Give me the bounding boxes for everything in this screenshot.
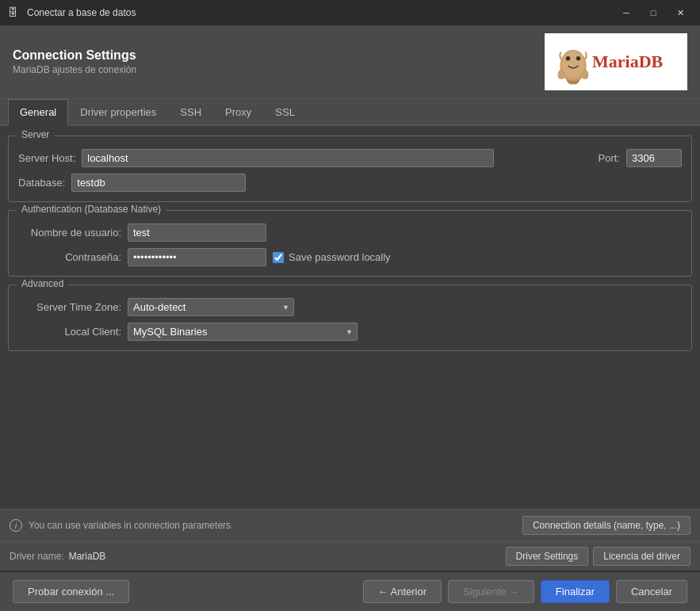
tab-ssh[interactable]: SSH xyxy=(168,99,213,126)
content-spacer xyxy=(8,359,692,499)
server-host-input[interactable] xyxy=(82,149,494,167)
client-select[interactable]: MySQL Binaries MariaDB Binaries None xyxy=(128,323,358,341)
host-left: Server Host: xyxy=(18,149,494,167)
window-title: Conectar a base de datos xyxy=(27,7,608,18)
driver-buttons: Driver Settings Licencia del driver xyxy=(506,547,690,566)
password-label: Contraseña: xyxy=(18,251,121,263)
advanced-legend: Advanced xyxy=(17,278,68,289)
username-row: Nombre de usuario: xyxy=(18,223,682,242)
host-label: Server Host: xyxy=(18,152,75,164)
test-connection-button[interactable]: Probar conexión ... xyxy=(13,580,129,603)
mariadb-brand-text: MariaDB xyxy=(592,52,663,72)
next-button[interactable]: Siguiente → xyxy=(448,580,534,603)
connection-details-button[interactable]: Connection details (name, type, ...) xyxy=(522,516,690,535)
port-label: Port: xyxy=(599,152,620,164)
footer-right: ← Anterior Siguiente → Finalizar Cancela… xyxy=(363,580,687,603)
tab-ssl[interactable]: SSL xyxy=(263,99,307,126)
footer-left: Probar conexión ... xyxy=(13,580,129,603)
connection-settings-subtitle: MariaDB ajustes de conexión xyxy=(13,64,136,75)
tab-content: Server Server Host: Port: Database: xyxy=(0,126,700,509)
save-password-checkbox[interactable] xyxy=(273,252,284,263)
header-text: Connection Settings MariaDB ajustes de c… xyxy=(13,48,136,75)
server-host-row: Server Host: Port: xyxy=(18,149,682,167)
svg-point-3 xyxy=(576,56,581,61)
minimize-button[interactable]: ─ xyxy=(614,5,638,21)
info-text: You can use variables in connection para… xyxy=(29,520,233,531)
save-password-label: Save password locally xyxy=(289,251,391,263)
info-icon: i xyxy=(10,519,22,532)
database-input[interactable] xyxy=(71,174,246,192)
port-right: Port: xyxy=(599,149,682,167)
server-fieldset: Server Server Host: Port: Database: xyxy=(8,136,692,202)
info-left: i You can use variables in connection pa… xyxy=(10,519,233,532)
window-controls: ─ □ ✕ xyxy=(614,5,692,21)
client-dropdown-wrapper: MySQL Binaries MariaDB Binaries None xyxy=(128,323,358,341)
timezone-row: Server Time Zone: Auto-detect UTC US/Eas… xyxy=(18,298,682,316)
app-icon: 🗄 xyxy=(8,6,21,19)
tab-proxy[interactable]: Proxy xyxy=(213,99,263,126)
driver-settings-button[interactable]: Driver Settings xyxy=(506,547,589,566)
client-label: Local Client: xyxy=(18,326,121,338)
tab-driver-properties[interactable]: Driver properties xyxy=(68,99,168,126)
driver-license-button[interactable]: Licencia del driver xyxy=(593,547,690,566)
tab-general[interactable]: General xyxy=(8,99,68,126)
timezone-select[interactable]: Auto-detect UTC US/Eastern US/Pacific Eu… xyxy=(128,298,294,316)
connection-settings-title: Connection Settings xyxy=(13,48,136,63)
auth-legend: Authentication (Database Native) xyxy=(17,204,166,215)
client-row: Local Client: MySQL Binaries MariaDB Bin… xyxy=(18,323,682,341)
footer: Probar conexión ... ← Anterior Siguiente… xyxy=(0,571,700,611)
port-input[interactable] xyxy=(626,149,682,167)
tab-bar: General Driver properties SSH Proxy SSL xyxy=(0,99,700,126)
driver-info-row: Driver name: MariaDB Driver Settings Lic… xyxy=(0,541,700,571)
mariadb-logo: MariaDB xyxy=(545,33,687,90)
password-input[interactable] xyxy=(128,248,266,266)
timezone-label: Server Time Zone: xyxy=(18,301,121,313)
close-button[interactable]: ✕ xyxy=(668,5,692,21)
username-input[interactable] xyxy=(128,223,266,242)
header-section: Connection Settings MariaDB ajustes de c… xyxy=(0,25,700,99)
bottom-info-bar: i You can use variables in connection pa… xyxy=(0,509,700,541)
driver-left: Driver name: MariaDB xyxy=(10,551,105,562)
password-row: Contraseña: Save password locally xyxy=(18,248,682,266)
save-password-row: Save password locally xyxy=(273,251,391,263)
finish-button[interactable]: Finalizar xyxy=(541,580,610,603)
server-legend: Server xyxy=(17,129,54,140)
database-row: Database: xyxy=(18,174,682,192)
titlebar: 🗄 Conectar a base de datos ─ □ ✕ xyxy=(0,0,700,25)
advanced-fieldset: Advanced Server Time Zone: Auto-detect U… xyxy=(8,284,692,351)
driver-name-value: MariaDB xyxy=(69,551,106,562)
driver-name-label: Driver name: xyxy=(10,551,64,562)
back-button[interactable]: ← Anterior xyxy=(363,580,442,603)
svg-point-2 xyxy=(566,56,571,61)
main-window: 🗄 Conectar a base de datos ─ □ ✕ Connect… xyxy=(0,0,700,611)
mariadb-seal-icon xyxy=(554,38,592,86)
timezone-dropdown-wrapper: Auto-detect UTC US/Eastern US/Pacific Eu… xyxy=(128,298,294,316)
username-label: Nombre de usuario: xyxy=(18,227,121,239)
maximize-button[interactable]: □ xyxy=(641,5,665,21)
database-label: Database: xyxy=(18,177,65,189)
svg-point-1 xyxy=(562,52,584,78)
auth-fieldset: Authentication (Database Native) Nombre … xyxy=(8,210,692,277)
dialog-body: Connection Settings MariaDB ajustes de c… xyxy=(0,25,700,571)
cancel-button[interactable]: Cancelar xyxy=(616,580,687,603)
